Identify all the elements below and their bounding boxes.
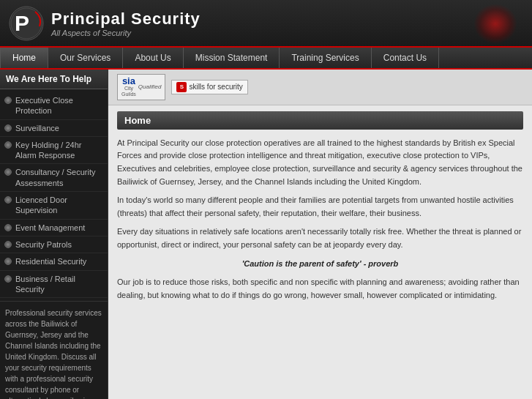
- logo-subtitle: All Aspects of Security: [51, 29, 201, 37]
- content-area: sia City Guilds Qualified S skills for s…: [108, 70, 532, 399]
- bullet-icon: [4, 241, 12, 248]
- sidebar-item-security-patrols[interactable]: Security Patrols: [0, 236, 108, 253]
- sidebar-item-door-supervision[interactable]: Licenced Door Supervision: [0, 192, 108, 220]
- sia-sub1: City: [124, 86, 133, 92]
- sidebar-item-consultancy[interactable]: Consultancy / Security Assessments: [0, 164, 108, 192]
- bullet-icon: [4, 275, 12, 283]
- nav-contact-us[interactable]: Contact Us: [372, 48, 439, 68]
- nav-our-services[interactable]: Our Services: [48, 48, 123, 68]
- logo-text: Principal Security All Aspects of Securi…: [51, 10, 201, 37]
- skills-for-security-badge: S skills for security: [171, 80, 247, 94]
- bullet-icon: [4, 258, 12, 265]
- logo-container: P Principal Security All Aspects of Secu…: [9, 6, 201, 41]
- main-nav: Home Our Services About Us Mission State…: [0, 48, 532, 70]
- sidebar-item-residential-security[interactable]: Residential Security: [0, 253, 108, 270]
- bullet-icon: [4, 97, 12, 104]
- logo-icon: P: [9, 6, 44, 41]
- header-glow: [473, 4, 517, 44]
- bullet-icon: [4, 224, 12, 231]
- sia-logo-text: sia: [122, 76, 135, 86]
- daily-paragraph: Every day situations in relatively safe …: [117, 225, 523, 251]
- sidebar: We Are Here To Help Executive Close Prot…: [0, 70, 108, 399]
- sidebar-item-surveillance[interactable]: Surveillance: [0, 120, 108, 137]
- job-paragraph: Our job is to reduce those risks, both s…: [117, 276, 523, 302]
- badges-bar: sia City Guilds Qualified S skills for s…: [108, 70, 532, 105]
- nav-about-us[interactable]: About Us: [123, 48, 183, 68]
- bullet-icon: [4, 168, 12, 176]
- sidebar-header: We Are Here To Help: [0, 70, 108, 89]
- sidebar-item-business-retail[interactable]: Business / Retail Security: [0, 271, 108, 299]
- sia-qualified: Qualified: [138, 83, 162, 90]
- svg-text:P: P: [15, 11, 29, 35]
- nav-training-services[interactable]: Training Services: [280, 48, 371, 68]
- page-content: Home At Principal Security our close pro…: [108, 105, 532, 314]
- logo-title: Principal Security: [51, 10, 201, 29]
- sia-sub2: Guilds: [121, 92, 136, 97]
- bullet-icon: [4, 196, 12, 204]
- intro-paragraph: At Principal Security our close protecti…: [117, 137, 523, 188]
- skills-label: skills for security: [189, 83, 242, 91]
- nav-mission-statement[interactable]: Mission Statement: [184, 48, 280, 68]
- site-header: P Principal Security All Aspects of Secu…: [0, 0, 532, 48]
- bullet-icon: [4, 141, 12, 149]
- main-text: At Principal Security our close protecti…: [117, 137, 523, 302]
- sidebar-description: Professional security services across th…: [0, 301, 108, 399]
- page-title: Home: [117, 111, 523, 130]
- sidebar-item-event-management[interactable]: Event Management: [0, 220, 108, 236]
- bullet-icon: [4, 124, 12, 132]
- sidebar-item-key-holding[interactable]: Key Holding / 24hr Alarm Response: [0, 137, 108, 165]
- nav-home[interactable]: Home: [0, 48, 48, 68]
- threats-paragraph: In today's world so many different peopl…: [117, 194, 523, 220]
- sia-badge: sia City Guilds Qualified: [117, 74, 165, 100]
- skills-icon: S: [176, 82, 187, 92]
- main-layout: We Are Here To Help Executive Close Prot…: [0, 70, 532, 399]
- proverb-text: 'Caution is the parent of safety' - prov…: [117, 258, 523, 271]
- sidebar-item-executive-close-protection[interactable]: Executive Close Protection: [0, 92, 108, 120]
